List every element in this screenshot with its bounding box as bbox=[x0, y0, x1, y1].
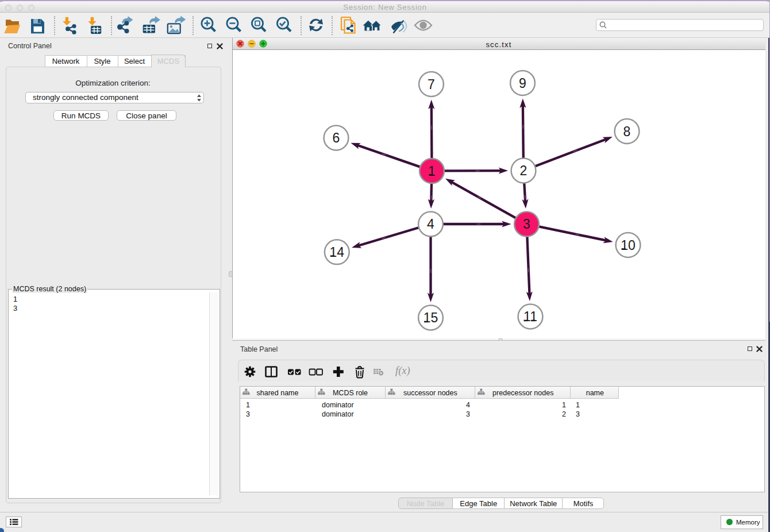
svg-text:6: 6 bbox=[333, 130, 340, 145]
svg-text:4: 4 bbox=[427, 217, 434, 232]
svg-text:11: 11 bbox=[523, 309, 537, 324]
svg-text:14: 14 bbox=[330, 245, 345, 260]
svg-text:1: 1 bbox=[428, 164, 436, 179]
svg-text:8: 8 bbox=[623, 124, 631, 139]
svg-text:9: 9 bbox=[519, 76, 526, 91]
svg-text:3: 3 bbox=[523, 217, 530, 232]
svg-text:15: 15 bbox=[424, 310, 438, 325]
svg-text:10: 10 bbox=[621, 238, 636, 253]
svg-text:7: 7 bbox=[428, 77, 435, 92]
svg-text:2: 2 bbox=[520, 163, 528, 178]
